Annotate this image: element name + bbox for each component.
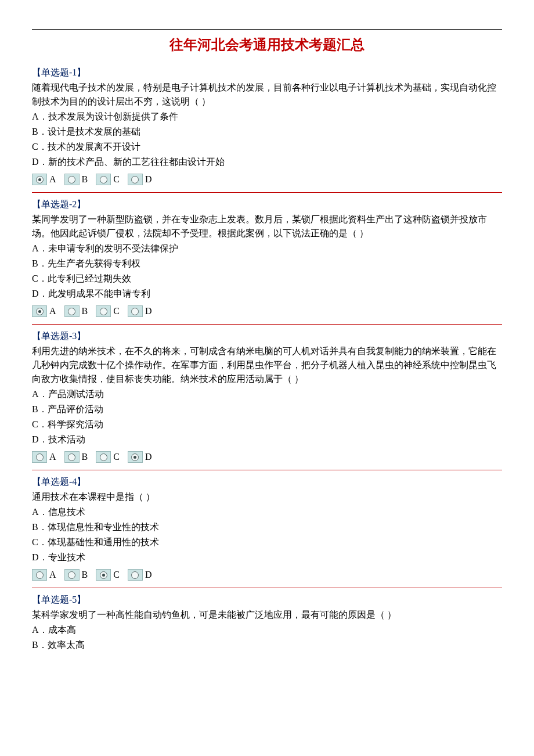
radio-row: ABCD	[32, 304, 502, 318]
radio-label: B	[82, 304, 88, 318]
question-body: 某科学家发明了一种高性能自动钓鱼机，可是未能被广泛地应用，最有可能的原因是（ ）	[32, 608, 502, 622]
radio-circle-icon	[68, 571, 75, 579]
option-text: B．产品评价活动	[32, 402, 502, 416]
separator	[32, 588, 502, 588]
question-header: 【单选题-1】	[32, 66, 502, 80]
options-list: A．产品测试活动B．产品评价活动C．科学探究活动D．技术活动	[32, 387, 502, 447]
radio-label: D	[145, 304, 152, 318]
separator	[32, 324, 502, 325]
option-text: C．技术的发展离不开设计	[32, 140, 502, 154]
radio-circle-icon	[36, 453, 44, 461]
radio-label: D	[145, 568, 152, 582]
top-rule	[32, 29, 502, 30]
option-text: D．新的技术产品、新的工艺往往都由设计开始	[32, 155, 502, 169]
options-list: A．未申请专利的发明不受法律保护B．先生产者先获得专利权C．此专利已经过期失效D…	[32, 242, 502, 301]
radio-button-c[interactable]	[96, 174, 111, 185]
radio-label: C	[113, 450, 120, 464]
radio-circle-icon	[131, 176, 139, 183]
radio-button-b[interactable]	[64, 174, 80, 185]
question-stem: 随着现代电子技术的发展，特别是电子计算机技术的发展，目前各种行业以电子计算机技术…	[32, 81, 502, 109]
question-stem: 通用技术在本课程中是指（ ）	[32, 490, 502, 504]
radio-button-d[interactable]	[128, 569, 143, 581]
separator	[32, 470, 502, 470]
radio-label: D	[145, 172, 152, 186]
radio-circle-icon	[100, 571, 107, 579]
radio-button-a[interactable]	[32, 305, 47, 317]
radio-button-a[interactable]	[32, 451, 47, 463]
options-list: A．信息技术B．体现信息性和专业性的技术C．体现基础性和通用性的技术D．专业技术	[32, 505, 502, 564]
radio-button-b[interactable]	[64, 305, 80, 317]
radio-button-c[interactable]	[96, 569, 111, 581]
radio-label: D	[145, 450, 152, 464]
option-text: B．体现信息性和专业性的技术	[32, 520, 502, 534]
option-text: A．未申请专利的发明不受法律保护	[32, 242, 502, 255]
radio-circle-icon	[68, 176, 75, 183]
question-stem: 利用先进的纳米技术，在不久的将来，可制成含有纳米电脑的可人机对话并具有自我复制能…	[32, 344, 502, 386]
radio-circle-icon	[100, 176, 107, 183]
option-text: B．先生产者先获得专利权	[32, 257, 502, 271]
radio-button-b[interactable]	[64, 451, 80, 463]
option-text: A．成本高	[32, 623, 502, 637]
separator	[32, 192, 502, 193]
radio-circle-icon	[36, 571, 44, 579]
option-text: A．产品测试活动	[32, 387, 502, 401]
radio-circle-icon	[68, 453, 75, 461]
question-header: 【单选题-2】	[32, 197, 502, 211]
radio-circle-icon	[131, 571, 139, 579]
radio-label: B	[82, 172, 88, 186]
option-text: C．此专利已经过期失效	[32, 272, 502, 286]
option-text: D．此发明成果不能申请专利	[32, 287, 502, 301]
question-body: 通用技术在本课程中是指（ ）	[32, 490, 502, 504]
question: 【单选题-1】随着现代电子技术的发展，特别是电子计算机技术的发展，目前各种行业以…	[32, 66, 502, 186]
question-stem: 某同学发明了一种新型防盗锁，并在专业杂志上发表。数月后，某锁厂根据此资料生产出了…	[32, 213, 502, 240]
radio-row: ABCD	[32, 172, 502, 186]
options-list: A．成本高B．效率太高	[32, 623, 502, 652]
radio-circle-icon	[131, 308, 139, 315]
radio-button-a[interactable]	[32, 174, 47, 185]
question-body: 随着现代电子技术的发展，特别是电子计算机技术的发展，目前各种行业以电子计算机技术…	[32, 81, 502, 109]
radio-button-c[interactable]	[96, 451, 111, 463]
radio-circle-icon	[131, 453, 139, 461]
radio-label: C	[113, 172, 120, 186]
question-body: 利用先进的纳米技术，在不久的将来，可制成含有纳米电脑的可人机对话并具有自我复制能…	[32, 344, 502, 386]
option-text: B．设计是技术发展的基础	[32, 125, 502, 139]
question-stem: 某科学家发明了一种高性能自动钓鱼机，可是未能被广泛地应用，最有可能的原因是（ ）	[32, 608, 502, 622]
radio-label: A	[49, 568, 56, 582]
page-title: 往年河北会考通用技术考题汇总	[32, 34, 502, 55]
option-text: A．技术发展为设计创新提供了条件	[32, 110, 502, 124]
questions-container: 【单选题-1】随着现代电子技术的发展，特别是电子计算机技术的发展，目前各种行业以…	[32, 66, 502, 652]
radio-button-d[interactable]	[128, 174, 143, 185]
question-body: 某同学发明了一种新型防盗锁，并在专业杂志上发表。数月后，某锁厂根据此资料生产出了…	[32, 213, 502, 240]
radio-row: ABCD	[32, 568, 502, 582]
option-text: A．信息技术	[32, 505, 502, 519]
question: 【单选题-5】某科学家发明了一种高性能自动钓鱼机，可是未能被广泛地应用，最有可能…	[32, 593, 502, 652]
radio-button-c[interactable]	[96, 305, 111, 317]
option-text: D．专业技术	[32, 550, 502, 564]
radio-circle-icon	[36, 308, 44, 315]
radio-circle-icon	[100, 308, 107, 315]
radio-button-b[interactable]	[64, 569, 80, 581]
option-text: D．技术活动	[32, 433, 502, 447]
radio-circle-icon	[68, 308, 75, 315]
radio-label: A	[49, 304, 56, 318]
radio-circle-icon	[100, 453, 107, 461]
question: 【单选题-2】某同学发明了一种新型防盗锁，并在专业杂志上发表。数月后，某锁厂根据…	[32, 197, 502, 318]
radio-label: A	[49, 450, 56, 464]
option-text: C．科学探究活动	[32, 417, 502, 431]
radio-label: A	[49, 172, 56, 186]
radio-row: ABCD	[32, 450, 502, 464]
question-header: 【单选题-5】	[32, 593, 502, 607]
question-header: 【单选题-3】	[32, 329, 502, 343]
radio-circle-icon	[36, 176, 44, 183]
radio-button-d[interactable]	[128, 451, 143, 463]
radio-button-d[interactable]	[128, 305, 143, 317]
options-list: A．技术发展为设计创新提供了条件B．设计是技术发展的基础C．技术的发展离不开设计…	[32, 110, 502, 169]
radio-button-a[interactable]	[32, 569, 47, 581]
question: 【单选题-4】通用技术在本课程中是指（ ）A．信息技术B．体现信息性和专业性的技…	[32, 475, 502, 582]
option-text: B．效率太高	[32, 638, 502, 652]
question: 【单选题-3】利用先进的纳米技术，在不久的将来，可制成含有纳米电脑的可人机对话并…	[32, 329, 502, 464]
radio-label: C	[113, 304, 120, 318]
question-header: 【单选题-4】	[32, 475, 502, 489]
radio-label: C	[113, 568, 120, 582]
option-text: C．体现基础性和通用性的技术	[32, 535, 502, 549]
